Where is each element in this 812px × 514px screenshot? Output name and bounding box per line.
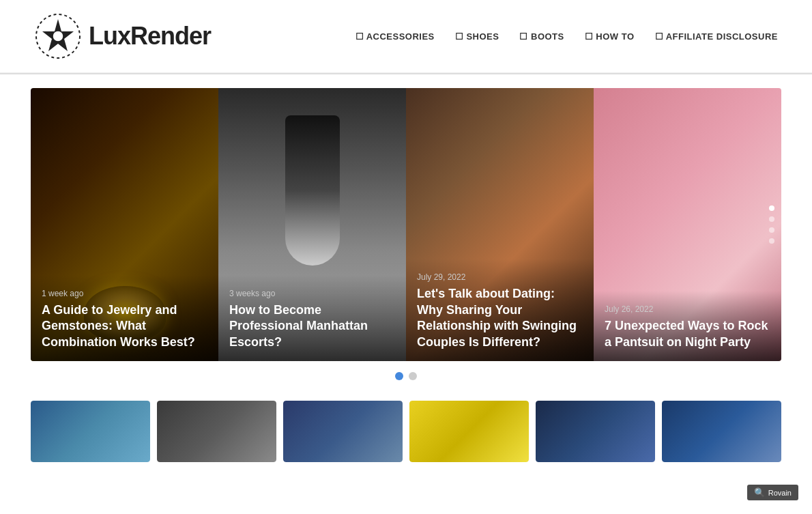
vdot-1 — [769, 205, 774, 211]
card-overlay-3: July 29, 2022 Let's Talk about Dating: W… — [406, 259, 594, 361]
carousel-card-2[interactable]: 3 weeks ago How to Become Professional M… — [218, 88, 406, 361]
thumbnail-2[interactable] — [157, 401, 276, 462]
svg-point-2 — [53, 31, 63, 42]
slide-dots-vertical — [769, 205, 774, 244]
card-title-1: A Guide to Jewelry and Gemstones: What C… — [42, 302, 207, 350]
card-title-2: How to Become Professional Manhattan Esc… — [229, 302, 395, 350]
logo-text: LuxRender — [89, 22, 211, 51]
card-title-3: Let's Talk about Dating: Why Sharing You… — [417, 286, 583, 350]
thumbnail-section — [0, 394, 812, 476]
card-title-4: 7 Unexpected Ways to Rock a Pantsuit on … — [605, 318, 770, 350]
vdot-4 — [769, 238, 774, 244]
thumb-image-3 — [283, 401, 403, 462]
nav-boots[interactable]: ☐ BOOTS — [519, 31, 564, 42]
thumbnail-1[interactable] — [31, 401, 150, 462]
nav-accessories[interactable]: ☐ ACCESSORIES — [356, 31, 435, 42]
carousel-grid: 1 week ago A Guide to Jewelry and Gemsto… — [31, 88, 781, 361]
thumb-image-5 — [536, 401, 655, 462]
site-header: LuxRender ☐ ACCESSORIES ☐ SHOES ☐ BOOTS … — [0, 0, 812, 73]
card-timestamp-1: 1 week ago — [42, 289, 207, 298]
thumb-image-1 — [31, 401, 150, 462]
logo-icon — [34, 12, 82, 60]
carousel-dots — [31, 372, 781, 380]
main-nav: ☐ ACCESSORIES ☐ SHOES ☐ BOOTS ☐ HOW TO ☐… — [356, 31, 779, 42]
nav-affiliate-disclosure[interactable]: ☐ AFFILIATE DISCLOSURE — [655, 31, 778, 42]
thumbnail-grid — [31, 401, 781, 462]
thumbnail-6[interactable] — [662, 401, 781, 462]
thumb-image-4 — [409, 401, 529, 462]
nav-how-to[interactable]: ☐ HOW TO — [585, 31, 635, 42]
card-overlay-1: 1 week ago A Guide to Jewelry and Gemsto… — [31, 275, 218, 361]
carousel-dot-2[interactable] — [409, 372, 417, 380]
thumb-image-2 — [157, 401, 276, 462]
thumbnail-3[interactable] — [283, 401, 403, 462]
card-timestamp-4: July 26, 2022 — [605, 304, 770, 314]
vdot-2 — [769, 216, 774, 222]
thumbnail-5[interactable] — [536, 401, 655, 462]
card-overlay-4: July 26, 2022 7 Unexpected Ways to Rock … — [594, 291, 781, 361]
carousel-section: 1 week ago A Guide to Jewelry and Gemsto… — [0, 74, 812, 394]
carousel-dot-1[interactable] — [395, 372, 403, 380]
logo[interactable]: LuxRender — [34, 12, 211, 60]
thumbnail-4[interactable] — [409, 401, 529, 462]
carousel-card-3[interactable]: July 29, 2022 Let's Talk about Dating: W… — [406, 88, 594, 361]
carousel-card-4[interactable]: July 26, 2022 7 Unexpected Ways to Rock … — [594, 88, 781, 361]
card-timestamp-2: 3 weeks ago — [229, 289, 395, 298]
nav-shoes[interactable]: ☐ SHOES — [455, 31, 499, 42]
card-timestamp-3: July 29, 2022 — [417, 272, 583, 282]
vdot-3 — [769, 227, 774, 233]
thumb-image-6 — [662, 401, 781, 462]
card-overlay-2: 3 weeks ago How to Become Professional M… — [218, 275, 406, 361]
carousel-card-1[interactable]: 1 week ago A Guide to Jewelry and Gemsto… — [31, 88, 218, 361]
